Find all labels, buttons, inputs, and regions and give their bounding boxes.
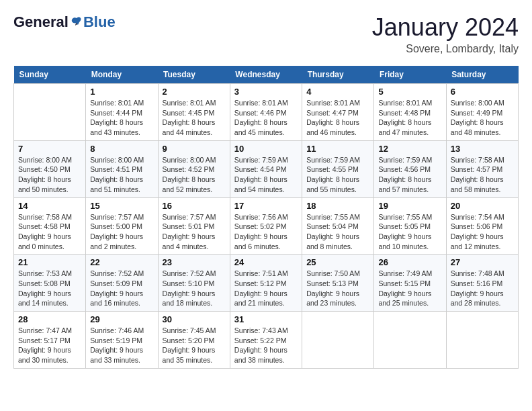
weekday-header-cell: Tuesday: [158, 66, 230, 84]
day-number: 16: [163, 201, 226, 211]
page-header: General Blue January 2024 Sovere, Lombar…: [13, 13, 519, 55]
day-number: 28: [18, 314, 81, 324]
day-info: Sunrise: 8:01 AMSunset: 4:44 PMDaylight:…: [90, 98, 153, 138]
day-info: Sunrise: 7:59 AMSunset: 4:54 PMDaylight:…: [234, 155, 298, 195]
day-number: 9: [163, 144, 226, 154]
day-info: Sunrise: 8:01 AMSunset: 4:45 PMDaylight:…: [163, 98, 226, 138]
day-info: Sunrise: 7:46 AMSunset: 5:19 PMDaylight:…: [90, 326, 153, 365]
calendar-cell: 13Sunrise: 7:58 AMSunset: 4:57 PMDayligh…: [446, 140, 518, 197]
day-info: Sunrise: 7:48 AMSunset: 5:16 PMDaylight:…: [451, 269, 514, 308]
calendar-cell: 24Sunrise: 7:51 AMSunset: 5:12 PMDayligh…: [230, 255, 302, 312]
day-info: Sunrise: 7:58 AMSunset: 4:57 PMDaylight:…: [451, 155, 514, 195]
calendar-cell: [14, 84, 86, 141]
calendar-cell: 12Sunrise: 7:59 AMSunset: 4:56 PMDayligh…: [374, 140, 446, 197]
calendar-cell: 14Sunrise: 7:58 AMSunset: 4:58 PMDayligh…: [14, 197, 86, 255]
calendar-cell: 15Sunrise: 7:57 AMSunset: 5:00 PMDayligh…: [86, 197, 158, 255]
day-number: 6: [451, 87, 514, 97]
day-number: 15: [90, 201, 153, 211]
calendar-week-row: 1Sunrise: 8:01 AMSunset: 4:44 PMDaylight…: [14, 84, 519, 141]
calendar-cell: 27Sunrise: 7:48 AMSunset: 5:16 PMDayligh…: [446, 255, 518, 312]
day-info: Sunrise: 8:00 AMSunset: 4:49 PMDaylight:…: [451, 98, 514, 138]
logo-blue: Blue: [83, 13, 116, 31]
day-info: Sunrise: 7:45 AMSunset: 5:20 PMDaylight:…: [163, 326, 226, 365]
calendar-cell: 31Sunrise: 7:43 AMSunset: 5:22 PMDayligh…: [230, 312, 302, 369]
calendar-cell: 11Sunrise: 7:59 AMSunset: 4:55 PMDayligh…: [302, 140, 374, 197]
calendar-cell: 17Sunrise: 7:56 AMSunset: 5:02 PMDayligh…: [230, 197, 302, 255]
day-number: 14: [18, 201, 81, 211]
calendar-body: 1Sunrise: 8:01 AMSunset: 4:44 PMDaylight…: [14, 84, 519, 369]
day-number: 30: [163, 314, 226, 324]
day-number: 2: [163, 87, 226, 97]
calendar-cell: 23Sunrise: 7:52 AMSunset: 5:10 PMDayligh…: [158, 255, 230, 312]
weekday-header-row: SundayMondayTuesdayWednesdayThursdayFrid…: [14, 66, 519, 84]
day-info: Sunrise: 7:53 AMSunset: 5:08 PMDaylight:…: [18, 269, 81, 308]
calendar-week-row: 21Sunrise: 7:53 AMSunset: 5:08 PMDayligh…: [14, 255, 519, 312]
day-number: 31: [234, 314, 298, 324]
calendar-cell: 2Sunrise: 8:01 AMSunset: 4:45 PMDaylight…: [158, 84, 230, 141]
day-number: 5: [378, 87, 441, 97]
day-info: Sunrise: 7:49 AMSunset: 5:15 PMDaylight:…: [378, 269, 441, 308]
calendar-cell: 3Sunrise: 8:01 AMSunset: 4:46 PMDaylight…: [230, 84, 302, 141]
day-number: 1: [90, 87, 153, 97]
calendar-week-row: 7Sunrise: 8:00 AMSunset: 4:50 PMDaylight…: [14, 140, 519, 197]
day-info: Sunrise: 8:01 AMSunset: 4:48 PMDaylight:…: [378, 98, 441, 138]
calendar-cell: 5Sunrise: 8:01 AMSunset: 4:48 PMDaylight…: [374, 84, 446, 141]
calendar-cell: 26Sunrise: 7:49 AMSunset: 5:15 PMDayligh…: [374, 255, 446, 312]
day-info: Sunrise: 7:58 AMSunset: 4:58 PMDaylight:…: [18, 212, 81, 252]
calendar-cell: 16Sunrise: 7:57 AMSunset: 5:01 PMDayligh…: [158, 197, 230, 255]
weekday-header-cell: Monday: [86, 66, 158, 84]
day-number: 22: [90, 257, 153, 267]
calendar-cell: 30Sunrise: 7:45 AMSunset: 5:20 PMDayligh…: [158, 312, 230, 369]
day-info: Sunrise: 8:00 AMSunset: 4:51 PMDaylight:…: [90, 155, 153, 195]
day-number: 3: [234, 87, 298, 97]
location-title: Sovere, Lombardy, Italy: [372, 43, 519, 55]
logo-general: General: [13, 13, 69, 31]
day-number: 29: [90, 314, 153, 324]
day-info: Sunrise: 7:43 AMSunset: 5:22 PMDaylight:…: [234, 326, 298, 365]
logo: General Blue: [13, 13, 116, 31]
day-number: 27: [451, 257, 514, 267]
calendar-cell: [446, 312, 518, 369]
day-number: 24: [234, 257, 298, 267]
calendar-cell: 18Sunrise: 7:55 AMSunset: 5:04 PMDayligh…: [302, 197, 374, 255]
day-number: 19: [378, 201, 441, 211]
day-info: Sunrise: 8:01 AMSunset: 4:47 PMDaylight:…: [306, 98, 369, 138]
calendar-cell: 19Sunrise: 7:55 AMSunset: 5:05 PMDayligh…: [374, 197, 446, 255]
calendar-cell: 7Sunrise: 8:00 AMSunset: 4:50 PMDaylight…: [14, 140, 86, 197]
weekday-header-cell: Saturday: [446, 66, 518, 84]
day-info: Sunrise: 8:01 AMSunset: 4:46 PMDaylight:…: [234, 98, 298, 138]
logo-bird-icon: [70, 15, 83, 29]
calendar-week-row: 28Sunrise: 7:47 AMSunset: 5:17 PMDayligh…: [14, 312, 519, 369]
calendar-cell: 29Sunrise: 7:46 AMSunset: 5:19 PMDayligh…: [86, 312, 158, 369]
day-number: 10: [234, 144, 298, 154]
day-info: Sunrise: 7:50 AMSunset: 5:13 PMDaylight:…: [306, 269, 369, 308]
day-info: Sunrise: 7:59 AMSunset: 4:56 PMDaylight:…: [378, 155, 441, 195]
calendar-cell: 28Sunrise: 7:47 AMSunset: 5:17 PMDayligh…: [14, 312, 86, 369]
weekday-header-cell: Sunday: [14, 66, 86, 84]
calendar-cell: [374, 312, 446, 369]
calendar-cell: 25Sunrise: 7:50 AMSunset: 5:13 PMDayligh…: [302, 255, 374, 312]
weekday-header-cell: Thursday: [302, 66, 374, 84]
day-number: 25: [306, 257, 369, 267]
day-number: 17: [234, 201, 298, 211]
day-number: 12: [378, 144, 441, 154]
day-info: Sunrise: 7:55 AMSunset: 5:05 PMDaylight:…: [378, 212, 441, 252]
day-info: Sunrise: 7:57 AMSunset: 5:00 PMDaylight:…: [90, 212, 153, 252]
day-number: 26: [378, 257, 441, 267]
day-number: 23: [163, 257, 226, 267]
day-number: 13: [451, 144, 514, 154]
calendar-cell: 1Sunrise: 8:01 AMSunset: 4:44 PMDaylight…: [86, 84, 158, 141]
weekday-header-cell: Wednesday: [230, 66, 302, 84]
calendar-week-row: 14Sunrise: 7:58 AMSunset: 4:58 PMDayligh…: [14, 197, 519, 255]
day-info: Sunrise: 7:52 AMSunset: 5:09 PMDaylight:…: [90, 269, 153, 308]
calendar-cell: [302, 312, 374, 369]
day-number: 4: [306, 87, 369, 97]
title-block: January 2024 Sovere, Lombardy, Italy: [372, 13, 519, 55]
day-info: Sunrise: 7:59 AMSunset: 4:55 PMDaylight:…: [306, 155, 369, 195]
day-info: Sunrise: 7:57 AMSunset: 5:01 PMDaylight:…: [163, 212, 226, 252]
day-number: 18: [306, 201, 369, 211]
day-info: Sunrise: 7:47 AMSunset: 5:17 PMDaylight:…: [18, 326, 81, 365]
day-info: Sunrise: 8:00 AMSunset: 4:50 PMDaylight:…: [18, 155, 81, 195]
day-info: Sunrise: 7:52 AMSunset: 5:10 PMDaylight:…: [163, 269, 226, 308]
calendar-cell: 22Sunrise: 7:52 AMSunset: 5:09 PMDayligh…: [86, 255, 158, 312]
